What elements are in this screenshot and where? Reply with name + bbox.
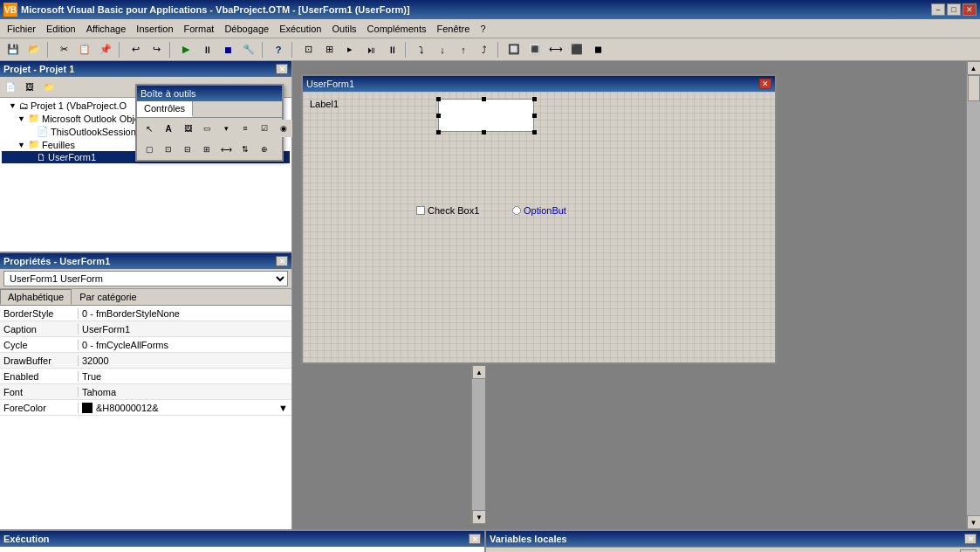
props-tab-cat[interactable]: Par catégorie <box>72 289 144 305</box>
toolbar-paste-btn[interactable]: 📌 <box>96 41 115 59</box>
toolbar-run-btn[interactable]: ▶ <box>176 41 195 59</box>
menu-complements[interactable]: Compléments <box>362 22 432 36</box>
toolbar-pause-btn[interactable]: ⏸ <box>197 41 216 59</box>
menu-fichier[interactable]: Fichier <box>2 22 41 36</box>
project-view-code[interactable]: 📄 <box>2 79 19 95</box>
toolbox-tab-controls[interactable]: Contrôles <box>137 101 193 117</box>
toolbar-undo-btn[interactable]: ↩ <box>126 41 145 59</box>
toolbox-listbox-tool[interactable]: ≡ <box>236 120 254 137</box>
toolbox-frame-tool[interactable]: ▢ <box>140 141 158 158</box>
toolbar-btn-b[interactable]: ⊞ <box>319 41 339 59</box>
toolbar-btn-c[interactable]: ▸ <box>340 41 360 59</box>
menu-edition[interactable]: Edition <box>41 22 81 36</box>
props-row-borderstyle[interactable]: BorderStyle 0 - fmBorderStyleNone <box>0 306 291 321</box>
project-panel-controls[interactable]: ✕ <box>276 64 288 74</box>
toolbar-sep-3 <box>169 42 173 58</box>
vars-panel-close[interactable]: ✕ <box>964 534 977 544</box>
toolbar-save-btn[interactable]: 💾 <box>3 41 23 59</box>
toolbar-btn-n[interactable]: ◼ <box>588 41 607 59</box>
toolbar-redo-btn[interactable]: ↪ <box>147 41 166 59</box>
props-row-forecolor[interactable]: ForeColor &H80000012& ▼ <box>0 400 291 416</box>
exec-panel-close[interactable]: ✕ <box>469 534 481 544</box>
project-toggle[interactable]: 📁 <box>40 79 58 95</box>
props-tab-alpha[interactable]: Alphabétique <box>0 289 72 305</box>
menu-affichage[interactable]: Affichage <box>81 22 132 36</box>
handle-tm <box>482 97 486 101</box>
scroll-thumb[interactable] <box>968 75 980 101</box>
toolbar-btn-i[interactable]: ⤴ <box>475 41 494 59</box>
props-row-caption[interactable]: Caption UserForm1 <box>0 321 291 337</box>
exec-scroll-up[interactable]: ▲ <box>472 365 486 379</box>
toolbox-radio-tool[interactable]: ◉ <box>275 120 292 137</box>
userform-body[interactable]: Label1 Che <box>303 92 775 362</box>
maximize-button[interactable]: □ <box>947 3 961 16</box>
title-bar-controls[interactable]: − □ ✕ <box>931 3 977 16</box>
toolbox-scroll-tool[interactable]: ⟷ <box>217 141 235 158</box>
props-row-cycle[interactable]: Cycle 0 - fmCycleAllForms <box>0 337 291 353</box>
toolbox-pointer-tool[interactable]: ↖ <box>140 120 158 137</box>
project-view-object[interactable]: 🖼 <box>21 79 38 95</box>
toolbar-stop-btn[interactable]: ⏹ <box>218 41 237 59</box>
toolbox-title-text: Boîte à outils <box>140 88 196 99</box>
vars-options-btn[interactable]: ... <box>960 549 977 553</box>
toolbox-checkbox-tool[interactable]: ☑ <box>256 120 273 137</box>
menu-format[interactable]: Format <box>179 22 220 36</box>
toolbar-copy-btn[interactable]: 📋 <box>75 41 94 59</box>
form-optionbtn1[interactable]: OptionBut <box>512 205 566 216</box>
props-val-font: Tahoma <box>79 387 291 397</box>
props-row-font[interactable]: Font Tahoma <box>0 384 291 400</box>
checkbox-label: Check Box1 <box>428 205 479 216</box>
menu-execution[interactable]: Exécution <box>274 22 326 36</box>
menu-debogage[interactable]: Débogage <box>219 22 274 36</box>
toolbar-btn-d[interactable]: ⏯ <box>361 41 380 59</box>
userform-close-btn[interactable]: ✕ <box>759 79 771 89</box>
scroll-down-btn[interactable]: ▼ <box>967 515 981 529</box>
toolbar-btn-j[interactable]: 🔲 <box>504 41 524 59</box>
toolbox-combobox-tool[interactable]: ▾ <box>217 120 235 137</box>
toolbar-btn-l[interactable]: ⟷ <box>546 41 565 59</box>
toolbox-label-tool[interactable]: A <box>160 120 177 137</box>
toolbox-image-tool[interactable]: 🖼 <box>179 120 196 137</box>
toolbox-multipage-tool[interactable]: ⊞ <box>198 141 216 158</box>
exec-scrollbar[interactable]: ▲ ▼ <box>471 365 485 524</box>
props-row-enabled[interactable]: Enabled True <box>0 369 291 384</box>
menu-insertion[interactable]: Insertion <box>131 22 178 36</box>
props-row-drawbuffer[interactable]: DrawBuffer 32000 <box>0 353 291 369</box>
toolbar-btn-k[interactable]: 🔳 <box>525 41 545 59</box>
toolbar-btn-h[interactable]: ↑ <box>454 41 473 59</box>
form-textbox1[interactable] <box>438 99 534 132</box>
toolbar-design-btn[interactable]: 🔧 <box>239 41 258 59</box>
close-button[interactable]: ✕ <box>963 3 977 16</box>
toolbar-sep-1 <box>47 42 51 58</box>
properties-panel-close[interactable]: ✕ <box>276 256 288 266</box>
exec-scroll-down[interactable]: ▼ <box>472 510 486 524</box>
properties-panel-controls[interactable]: ✕ <box>276 256 288 266</box>
toolbar-btn-g[interactable]: ↓ <box>433 41 452 59</box>
form-checkbox1[interactable]: Check Box1 <box>416 205 479 216</box>
scroll-up-btn[interactable]: ▲ <box>967 61 981 75</box>
project-panel-close[interactable]: ✕ <box>276 64 288 74</box>
toolbar-btn-m[interactable]: ⬛ <box>567 41 586 59</box>
toolbar-btn-a[interactable]: ⊡ <box>298 41 318 59</box>
minimize-button[interactable]: − <box>931 3 945 16</box>
forecolor-dropdown-icon[interactable]: ▼ <box>278 403 288 413</box>
toolbar-sep-2 <box>119 42 122 58</box>
toolbar-help-btn[interactable]: ? <box>269 41 288 59</box>
toolbar-btn-f[interactable]: ⤵ <box>412 41 431 59</box>
toolbar-btn-2[interactable]: 📂 <box>24 41 44 59</box>
menu-help[interactable]: ? <box>475 22 490 36</box>
toolbox-tab-tool[interactable]: ⊟ <box>179 141 196 158</box>
props-object-dropdown[interactable]: UserForm1 UserForm <box>3 271 288 286</box>
handle-br <box>532 130 537 135</box>
toolbar-btn-e[interactable]: ⏸ <box>382 41 401 59</box>
menu-fenetre[interactable]: Fenêtre <box>431 22 475 36</box>
toolbox-refbtn-tool[interactable]: ⊕ <box>256 141 273 158</box>
toolbox-textbox-tool[interactable]: ▭ <box>198 120 216 137</box>
menu-outils[interactable]: Outils <box>326 22 361 36</box>
designer-scrollbar[interactable]: ▲ ▼ <box>966 61 980 529</box>
toolbox-spin-tool[interactable]: ⇅ <box>236 141 254 158</box>
expand-icon-3: ▼ <box>17 141 26 149</box>
toolbox-btn-tool[interactable]: ⊡ <box>160 141 177 158</box>
toolbar-cut-btn[interactable]: ✂ <box>54 41 73 59</box>
bottom-panels: Exécution ✕ ▲ ▼ Variables locales ✕ <Prê… <box>0 529 980 552</box>
